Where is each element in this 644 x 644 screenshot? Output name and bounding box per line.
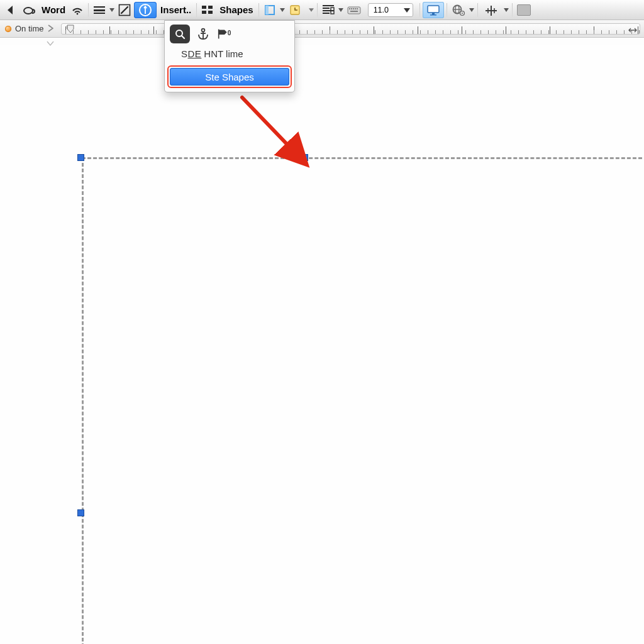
crop-rotate-icon[interactable]: [480, 2, 502, 18]
svg-rect-9: [202, 11, 206, 14]
flag-tool-icon[interactable]: 0: [216, 26, 233, 42]
insert-shape-active-button[interactable]: [134, 2, 157, 18]
svg-rect-15: [323, 8, 330, 9]
page-layout-dropdown[interactable]: [279, 8, 286, 12]
font-size-value: 11.0: [374, 6, 404, 14]
insert-menu-label[interactable]: Insert: [158, 4, 194, 15]
toolbar-separator: [419, 3, 420, 17]
back-button[interactable]: [3, 2, 19, 18]
shape-placeholder[interactable]: [80, 157, 644, 644]
section-caret-icon[interactable]: [46, 38, 55, 49]
toolbar-separator: [512, 3, 513, 17]
toolbar-separator: [477, 3, 478, 17]
color-swatch-icon: [517, 4, 531, 16]
svg-rect-22: [353, 8, 354, 9]
globe-settings-icon[interactable]: [450, 2, 467, 18]
wifi-icon[interactable]: [69, 2, 86, 18]
ruler-expand-icon[interactable]: [628, 25, 637, 33]
breadcrumb-label[interactable]: On time: [15, 24, 44, 33]
svg-rect-7: [202, 6, 206, 9]
dropdown-hint-part-b: HNT lime: [204, 48, 243, 59]
main-toolbar: Word Insert: [0, 0, 644, 20]
dropdown-tool-row: 0: [165, 21, 294, 46]
indent-marker-icon[interactable]: [67, 25, 74, 33]
toolbar-separator: [88, 3, 89, 17]
svg-rect-19: [348, 7, 360, 14]
dropdown-hint-part-a: SDE: [181, 48, 201, 59]
svg-text:0: 0: [228, 30, 231, 36]
svg-rect-23: [355, 8, 356, 9]
resize-handle-top-left[interactable]: [77, 154, 84, 161]
chevron-down-icon: [404, 8, 410, 13]
ruler-ticks: [62, 24, 640, 34]
resize-handle-mid-left[interactable]: [77, 509, 84, 516]
toolbar-separator: [196, 3, 197, 17]
chevron-right-icon[interactable]: [48, 23, 53, 35]
svg-rect-3: [94, 9, 105, 11]
app-name-label: Word: [39, 4, 68, 15]
line-weight-button[interactable]: [91, 2, 108, 18]
dropdown-item-ste-shapes[interactable]: Ste Shapes: [170, 68, 289, 86]
svg-rect-10: [208, 11, 213, 14]
svg-rect-4: [94, 13, 105, 14]
dropdown-hint-row: SDE HNT lime: [165, 46, 294, 63]
wrap-text-icon[interactable]: [320, 2, 336, 18]
sub-toolbar: On time ⧉1: [0, 20, 644, 38]
line-weight-dropdown[interactable]: [109, 8, 115, 12]
svg-rect-24: [357, 8, 358, 9]
svg-point-40: [202, 29, 205, 32]
insert-shapes-dropdown: 0 SDE HNT lime Ste Shapes: [164, 20, 295, 92]
edit-icon[interactable]: [116, 2, 133, 18]
keyboard-icon[interactable]: [345, 2, 363, 18]
svg-point-1: [77, 13, 79, 14]
dropdown-selected-highlight: Ste Shapes: [167, 65, 292, 88]
svg-point-33: [462, 12, 463, 13]
svg-point-0: [24, 8, 33, 14]
svg-rect-16: [323, 10, 334, 11]
document-canvas[interactable]: [0, 45, 644, 644]
wrap-text-dropdown[interactable]: [338, 8, 344, 12]
resize-handle-top-center[interactable]: [301, 154, 308, 161]
dropdown-item-label: Ste Shapes: [205, 72, 254, 82]
clock-dropdown[interactable]: [308, 8, 314, 12]
svg-rect-14: [323, 5, 334, 6]
anchor-tool-icon[interactable]: [195, 26, 211, 42]
document-dot-icon: [5, 26, 11, 32]
svg-rect-26: [428, 6, 439, 13]
horizontal-ruler[interactable]: ⧉1: [61, 23, 640, 35]
crop-dropdown[interactable]: [503, 8, 509, 12]
page-layout-icon[interactable]: [262, 2, 278, 18]
svg-line-39: [182, 36, 184, 38]
svg-rect-8: [208, 6, 213, 9]
dropdown-search-button[interactable]: [170, 25, 190, 43]
svg-rect-27: [432, 13, 435, 14]
clock-icon[interactable]: [287, 2, 303, 18]
svg-line-44: [242, 97, 304, 162]
svg-rect-25: [350, 11, 358, 12]
toolbar-separator: [447, 3, 447, 17]
svg-rect-28: [430, 14, 436, 16]
color-well[interactable]: [515, 2, 533, 18]
toolbar-separator: [258, 3, 259, 17]
shapes-menu-label[interactable]: Shapes: [217, 4, 255, 15]
svg-rect-20: [349, 8, 350, 9]
svg-rect-21: [351, 8, 352, 9]
font-size-field[interactable]: 11.0: [368, 3, 413, 17]
toolbar-separator: [317, 3, 318, 17]
breadcrumb: On time: [0, 20, 58, 37]
globe-dropdown[interactable]: [469, 8, 475, 12]
svg-rect-12: [265, 6, 269, 14]
presentation-mode-button[interactable]: [423, 2, 444, 18]
svg-rect-17: [323, 13, 330, 14]
svg-rect-2: [94, 6, 105, 8]
coffee-icon[interactable]: [20, 2, 38, 18]
grid-icon[interactable]: [199, 2, 216, 18]
